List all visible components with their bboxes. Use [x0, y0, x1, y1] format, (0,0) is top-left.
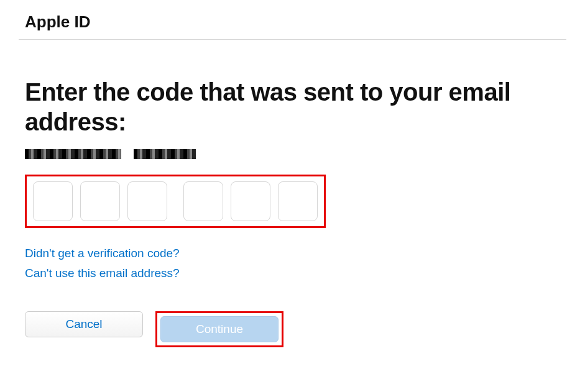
- code-digit-3[interactable]: [127, 181, 167, 221]
- change-email-link[interactable]: Can't use this email address?: [25, 267, 566, 280]
- continue-button-label: Continue: [196, 322, 243, 336]
- page-header: Apple ID: [19, 12, 566, 40]
- code-digit-4[interactable]: [183, 181, 223, 221]
- verification-code-inputs: [33, 181, 318, 221]
- help-links: Didn't get a verification code? Can't us…: [25, 247, 566, 280]
- cancel-button-label: Cancel: [65, 317, 102, 331]
- redacted-text: [134, 149, 196, 159]
- continue-button[interactable]: Continue: [160, 316, 279, 342]
- email-address-redacted: [25, 149, 566, 159]
- main-heading: Enter the code that was sent to your ema…: [25, 77, 566, 137]
- code-group-1: [33, 181, 167, 221]
- main-content: Enter the code that was sent to your ema…: [19, 77, 566, 347]
- code-digit-5[interactable]: [231, 181, 270, 221]
- code-digit-2[interactable]: [80, 181, 120, 221]
- cancel-button[interactable]: Cancel: [25, 311, 143, 337]
- code-input-highlight: [25, 175, 326, 228]
- header-title: Apple ID: [25, 12, 90, 31]
- continue-button-highlight: Continue: [155, 311, 283, 347]
- code-digit-1[interactable]: [33, 181, 73, 221]
- action-buttons: Cancel Continue: [25, 311, 566, 347]
- redacted-text: [25, 149, 121, 159]
- code-group-2: [183, 181, 318, 221]
- resend-code-link[interactable]: Didn't get a verification code?: [25, 247, 566, 260]
- code-digit-6[interactable]: [278, 181, 318, 221]
